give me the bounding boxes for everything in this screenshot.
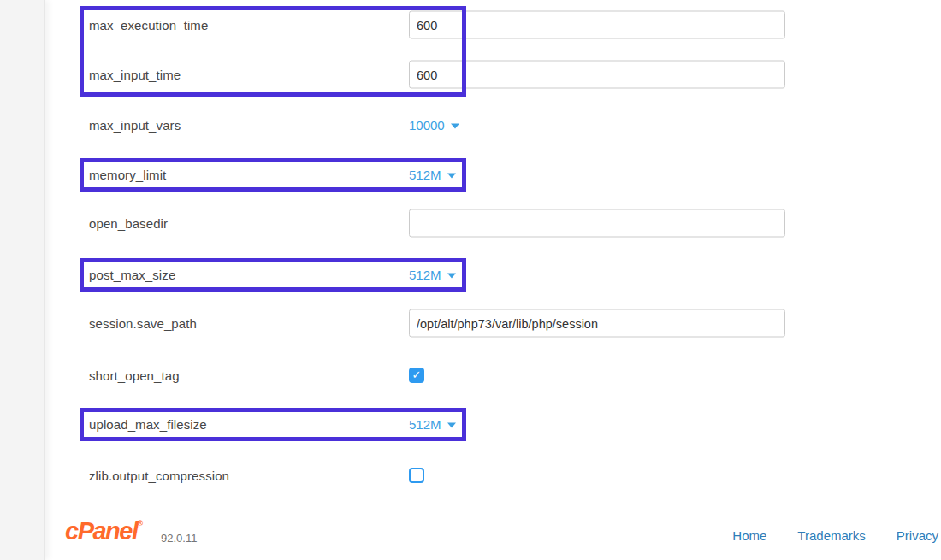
footer-link-home[interactable]: Home <box>732 528 766 543</box>
dropdown-value: 512M <box>409 417 441 432</box>
cpanel-logo[interactable]: cPanel® <box>65 517 143 545</box>
dropdown-value: 512M <box>409 268 441 282</box>
footer-links: Home Trademarks Privacy <box>732 528 938 543</box>
left-sidebar <box>0 0 45 560</box>
setting-row-memory-limit: memory_limit 512M <box>49 157 941 192</box>
setting-label: memory_limit <box>89 168 166 182</box>
setting-label: post_max_size <box>89 268 175 282</box>
short-open-tag-checkbox[interactable]: ✓ <box>409 368 424 383</box>
setting-row-zlib-output-compression: zlib.output_compression <box>49 458 941 492</box>
setting-label: short_open_tag <box>89 368 180 383</box>
max-execution-time-input[interactable] <box>409 11 785 39</box>
dropdown-value: 10000 <box>409 118 445 133</box>
session-save-path-input[interactable] <box>409 309 785 338</box>
setting-label: session.save_path <box>89 316 197 331</box>
setting-label: upload_max_filesize <box>89 417 207 432</box>
footer: cPanel® 92.0.11 Home Trademarks Privacy <box>49 513 941 560</box>
setting-label: open_basedir <box>89 216 168 231</box>
setting-row-max-execution-time: max_execution_time <box>49 8 941 42</box>
max-input-time-input[interactable] <box>409 61 785 89</box>
setting-row-max-input-time: max_input_time <box>49 57 941 91</box>
setting-label: max_input_vars <box>89 118 181 133</box>
version-text: 92.0.11 <box>161 532 197 545</box>
setting-label: max_input_time <box>89 68 181 82</box>
setting-row-upload-max-filesize: upload_max_filesize 512M <box>49 407 941 441</box>
memory-limit-dropdown[interactable]: 512M <box>409 168 456 182</box>
multiphp-ini-editor-page: max_execution_time max_input_time max_in… <box>0 0 941 560</box>
zlib-output-compression-checkbox[interactable] <box>409 468 424 483</box>
max-input-vars-dropdown[interactable]: 10000 <box>409 118 459 133</box>
setting-row-short-open-tag: short_open_tag ✓ <box>49 358 941 392</box>
caret-down-icon <box>447 422 456 427</box>
post-max-size-dropdown[interactable]: 512M <box>409 268 456 282</box>
setting-row-post-max-size: post_max_size 512M <box>49 257 941 292</box>
caret-down-icon <box>451 123 459 128</box>
setting-label: zlib.output_compression <box>89 469 229 483</box>
dropdown-value: 512M <box>409 168 441 182</box>
setting-row-max-input-vars: max_input_vars 10000 <box>49 108 941 142</box>
caret-down-icon <box>447 173 456 178</box>
setting-row-open-basedir: open_basedir <box>49 206 941 240</box>
setting-row-session-save-path: session.save_path <box>49 306 941 340</box>
registered-trademark-icon: ® <box>138 519 144 528</box>
caret-down-icon <box>447 273 456 278</box>
setting-label: max_execution_time <box>89 18 208 32</box>
footer-link-privacy[interactable]: Privacy <box>897 528 938 543</box>
upload-max-filesize-dropdown[interactable]: 512M <box>409 417 456 432</box>
cpanel-logo-text: cPanel <box>65 517 138 545</box>
open-basedir-input[interactable] <box>409 209 785 238</box>
footer-link-trademarks[interactable]: Trademarks <box>797 528 865 543</box>
